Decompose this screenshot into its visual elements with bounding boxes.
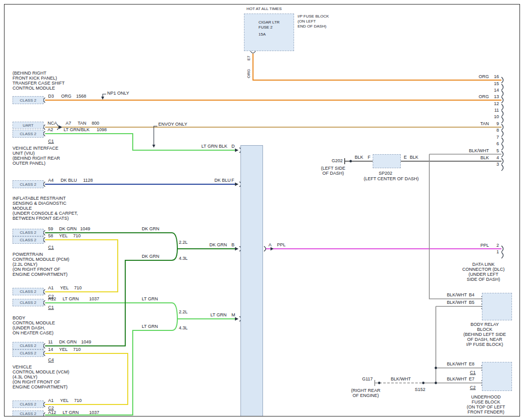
wire-pin-label: A4 [48, 178, 54, 183]
wire-pin-label: A12 [48, 296, 56, 301]
dlc-pin-wire-color: TAN [454, 121, 489, 126]
dlc-pin-wire-color: ORG [454, 94, 489, 99]
wire-pin-label: E7 [469, 376, 474, 381]
dlc-pin-number: 3 [490, 162, 499, 167]
dlc-pin-number: 2 [490, 243, 499, 248]
viu-location-label: VEHICLE INTERFACE UNIT (VIU) (BEHIND RIG… [13, 146, 60, 166]
exit-pin-label: A [269, 242, 272, 247]
dlc-pin-number: 12 [490, 101, 499, 106]
wire-color-label: YEL [60, 398, 69, 403]
wire-circuit-label: 1037 [89, 410, 99, 415]
wire-pin-label: A1 [48, 285, 54, 290]
sp202-splice-box [373, 154, 401, 168]
underhood-fuse-block-box [482, 362, 512, 391]
wire-circuit-label: 1098 [97, 127, 107, 132]
entry-pin-label: F [231, 178, 234, 183]
fuse-amp-label: 15A [258, 32, 266, 37]
sdm-class2-box: CLASS 2 [13, 180, 44, 188]
wire-pin-label: A1 [48, 398, 54, 403]
wire-pin-label: B4 [469, 292, 474, 297]
class2-label: CLASS 2 [20, 300, 37, 305]
wire-circuit-label: 710 [74, 398, 82, 403]
bcm-class2-box-1: CLASS 2 [13, 288, 44, 295]
ground-name-label: G117 [354, 376, 373, 381]
wire-circuit-label: 1049 [81, 339, 91, 344]
class2-label: CLASS 2 [20, 238, 37, 242]
wire-pin-label: A7 [66, 121, 71, 126]
wire-circuit-label: 1128 [83, 178, 93, 183]
wire-color-label: BLK/WHT [437, 376, 467, 381]
wire-pin-label: D3 [48, 94, 54, 99]
wire-pin-label: 14 [48, 347, 53, 352]
viu-class2-box: CLASS 2 [13, 130, 44, 138]
dlc-pin-number: 9 [490, 121, 499, 126]
wire-color-label: ORG [61, 94, 72, 99]
ip-fuse-block-box [244, 14, 294, 51]
class2-label: CLASS 2 [20, 289, 37, 294]
dlc-pin-number: 5 [490, 148, 499, 153]
envoy-only-note: ENVOY ONLY [158, 122, 187, 127]
uart-label: UART [23, 123, 34, 128]
wire-pin-label: 58 [48, 233, 53, 238]
dlc-pin-wire-color: ORG [454, 74, 489, 79]
class2-label: CLASS 2 [20, 230, 37, 235]
class2-label: CLASS 2 [20, 182, 37, 187]
ground-name-label: G202 [325, 158, 343, 163]
wiring-diagram-page: CLASS 2 UART CLASS 2 CLASS 2 CLASS 2 CLA… [0, 0, 524, 420]
np1-only-note: NP1 ONLY [107, 91, 129, 96]
wire-color-label: DK GRN [59, 339, 77, 344]
wire-color-label: DK BLU [61, 178, 77, 183]
dlc-pin-wire-color: BLK [454, 155, 489, 160]
fuse-wire-org-label: ORG [246, 69, 251, 78]
entry-pin-label: D [231, 144, 235, 149]
dlc-pin-number: 16 [490, 74, 499, 79]
entry-wire-color-label: DK BLU [214, 178, 231, 183]
ground-location-label: (RIGHT REAR OF ENGINE) [345, 388, 387, 398]
uhfb-location-label: UNDERHOOD FUSE BLOCK (ON TOP OF LEFT FRO… [458, 394, 513, 414]
wire-pin-label: A2 [48, 127, 53, 132]
entry-wire-color-label: LT GRN BLK [201, 144, 227, 149]
class2-label: CLASS 2 [20, 411, 37, 416]
bcm-class2-box-2: CLASS 2 [13, 299, 44, 306]
pcm-location-label: POWERTRAIN CONTROL MODULE (PCM) (2.2L ON… [13, 252, 69, 277]
misc-brackets [57, 51, 255, 130]
class2-label: CLASS 2 [20, 402, 37, 406]
wire-pin-label: 11 [48, 339, 53, 344]
entry-wire-color-label: LT GRN [210, 312, 226, 317]
engine-variant-label: 4.3L [179, 256, 188, 261]
wire-color-label: DK GRN [142, 254, 159, 259]
dlc-location-label: DATA LINK CONNECTOR (DLC) (UNDER LEFT SI… [456, 262, 511, 282]
wire-color-label: LT GRN/BLK [64, 127, 90, 132]
vcm-class2-box-2: CLASS 2 [13, 349, 44, 357]
wire-color-label: YEL [59, 233, 68, 238]
dlc-connector-body [240, 145, 263, 416]
class2-label: CLASS 2 [20, 132, 37, 136]
connector-id-label: C1 [48, 139, 54, 144]
dlc-pin-number: 13 [490, 94, 499, 99]
splice-location-label: (LEFT CENTER OF DASH) [364, 176, 419, 181]
wire-circuit-label: 1049 [80, 226, 90, 231]
splice-name-label: S152 [415, 387, 425, 392]
fuse-block-location-label: I/P FUSE BLOCK (ON LEFT END OF DASH) [298, 14, 329, 29]
note-pointer-lines [103, 94, 157, 145]
wire-color-label: BLK [410, 155, 418, 160]
dlc-pin-number: 7 [490, 135, 499, 140]
class2-label: CLASS 2 [20, 98, 37, 103]
wire-color-label: LT GRN [63, 410, 79, 415]
pcm-class2-box-1: CLASS 2 [13, 229, 44, 236]
sdm-location-label: INFLATABLE RESTRAINT SENSING & DIAGNOSTI… [13, 196, 78, 221]
fuse-name-label: CIGAR LTR FUSE 2 [258, 20, 280, 30]
dlc-pin-number: 15 [490, 81, 499, 86]
wire-circuit-label: 1568 [76, 94, 86, 99]
wire-pin-label: E [404, 155, 407, 160]
bottom-class2-box-1: CLASS 2 [13, 400, 44, 408]
tcase-location-label: (BEHIND RIGHT FRONT KICK PANEL) TRANSFER… [13, 71, 65, 91]
wire-pin-label: A12 [48, 410, 56, 415]
entry-pin-label: B [231, 242, 234, 247]
wire-color-label: BLK/WHT [437, 300, 467, 305]
wire-color-label: DK GRN [142, 226, 159, 231]
pcm-class2-box-2: CLASS 2 [13, 236, 44, 244]
wire-color-label: BLK/WHT [437, 361, 467, 366]
dlc-pin-number: 14 [490, 88, 499, 93]
dlc-pin-number: 4 [490, 155, 499, 160]
